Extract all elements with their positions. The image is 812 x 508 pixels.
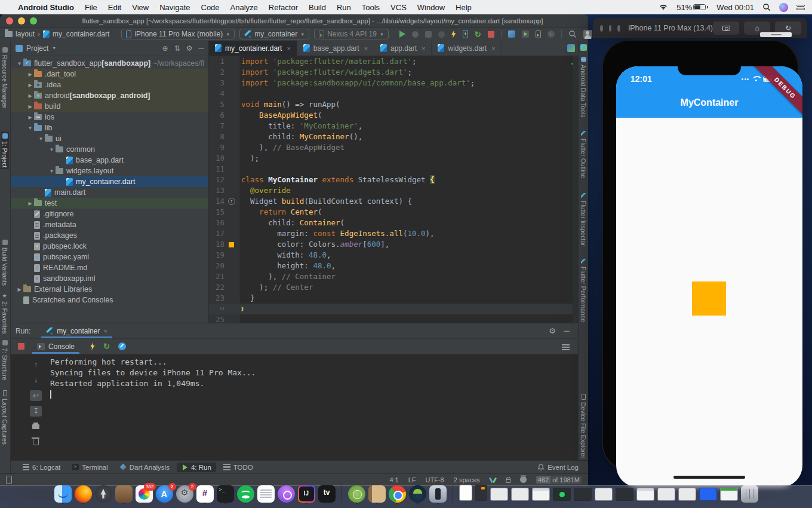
- tool-window-button[interactable]: 4: Run: [177, 463, 216, 472]
- vcs-icon[interactable]: [490, 476, 496, 483]
- dock-item[interactable]: •: [196, 485, 214, 505]
- tool-window-button[interactable]: TODO: [219, 463, 258, 472]
- minimize-window-button[interactable]: [18, 17, 25, 25]
- dock-item[interactable]: [490, 488, 508, 505]
- gutter-marker[interactable]: [227, 121, 236, 131]
- menu-item[interactable]: Run: [337, 3, 351, 12]
- gutter-marker[interactable]: [227, 88, 236, 99]
- dock-item[interactable]: [636, 488, 654, 505]
- hot-reload-button[interactable]: [451, 30, 456, 38]
- status-item[interactable]: 4:1: [389, 476, 398, 483]
- gutter-marker[interactable]: [227, 282, 236, 293]
- gutter-marker[interactable]: [227, 196, 236, 207]
- tree-row[interactable]: pubspec.lock: [11, 241, 208, 252]
- stop-button[interactable]: [488, 31, 494, 38]
- menu-item[interactable]: View: [132, 3, 149, 12]
- console-tab[interactable]: Console: [32, 339, 79, 354]
- menu-item[interactable]: Refactor: [269, 3, 298, 12]
- tree-expand-arrow[interactable]: ▼: [48, 147, 56, 152]
- dock-item[interactable]: [450, 485, 456, 505]
- dock-item[interactable]: [678, 488, 696, 505]
- tool-window-button[interactable]: Android Data Tools: [579, 55, 588, 120]
- close-tab-icon[interactable]: ×: [364, 45, 368, 52]
- menu-item[interactable]: Tools: [362, 3, 380, 12]
- menu-item[interactable]: Edit: [108, 3, 121, 12]
- avd-manager-button[interactable]: [522, 30, 529, 38]
- dock-app-icon[interactable]: [574, 488, 592, 501]
- tree-expand-arrow[interactable]: ▶: [26, 82, 34, 88]
- stop-button[interactable]: [18, 343, 24, 350]
- gutter-marker[interactable]: [227, 185, 236, 196]
- tree-row[interactable]: README.md: [11, 262, 208, 273]
- dock-item[interactable]: •: [54, 485, 72, 505]
- screenshot-button[interactable]: [713, 22, 739, 35]
- gutter-marker[interactable]: [227, 207, 236, 218]
- tree-expand-arrow[interactable]: ▼: [26, 126, 34, 131]
- status-item[interactable]: 2 spaces: [454, 476, 480, 483]
- dock-item[interactable]: [95, 485, 112, 505]
- scroll-to-end-button[interactable]: ↧: [30, 406, 42, 417]
- close-window-button[interactable]: [600, 25, 603, 32]
- dock-item[interactable]: 382: [136, 485, 153, 505]
- project-view-selector[interactable]: Project: [26, 44, 48, 53]
- gutter-marker[interactable]: [227, 250, 236, 261]
- tool-window-button[interactable]: Device File Explorer: [579, 392, 588, 460]
- tree-row[interactable]: ▶ .dart_tool: [11, 69, 208, 79]
- tree-row[interactable]: ▼ widgets.layout: [11, 166, 208, 176]
- dock-item[interactable]: [741, 485, 758, 505]
- device-manager-button[interactable]: [536, 30, 541, 38]
- tree-expand-arrow[interactable]: ▼: [37, 136, 45, 142]
- dock-app-icon[interactable]: [75, 485, 92, 503]
- tree-row[interactable]: .gitignore: [11, 209, 208, 219]
- dock-app-icon[interactable]: [298, 485, 315, 503]
- tree-row[interactable]: ▶ .idea: [11, 79, 208, 90]
- wifi-icon[interactable]: [659, 4, 668, 11]
- settings-gear-icon[interactable]: ⚙: [549, 326, 556, 335]
- tree-expand-arrow[interactable]: ▶: [26, 115, 34, 120]
- dock-app-icon[interactable]: [490, 488, 508, 501]
- dock-app-icon[interactable]: [389, 485, 406, 503]
- gutter-marker[interactable]: [227, 78, 236, 88]
- tool-window-button[interactable]: 2: Favorites: [1, 292, 9, 336]
- lock-icon[interactable]: [506, 479, 510, 483]
- console-output-area[interactable]: ↑ ↓ ↩ ↧ Performing hot restart...Syncing…: [11, 354, 578, 460]
- dock-app-icon[interactable]: [678, 488, 696, 501]
- gutter-marker[interactable]: [227, 239, 236, 250]
- control-center-icon[interactable]: [796, 5, 805, 10]
- close-tab-icon[interactable]: ×: [287, 45, 290, 52]
- gutter-marker[interactable]: [227, 271, 236, 282]
- status-item[interactable]: UTF-8: [426, 476, 444, 483]
- menu-item[interactable]: Code: [201, 3, 220, 12]
- tool-window-button[interactable]: Flutter Outline: [579, 129, 588, 180]
- dock-item[interactable]: 2: [176, 485, 193, 505]
- hot-restart-device-icon[interactable]: [463, 30, 468, 38]
- dock-app-icon[interactable]: [453, 485, 453, 503]
- tree-row[interactable]: base_app.dart: [11, 155, 208, 166]
- gutter-marker[interactable]: [227, 304, 236, 314]
- profile-avatar[interactable]: [583, 30, 592, 39]
- dock-app-icon[interactable]: [429, 485, 447, 503]
- dock-item[interactable]: •: [348, 485, 365, 505]
- breadcrumb-folder[interactable]: layout: [16, 30, 35, 38]
- dock-app-icon[interactable]: [532, 488, 550, 501]
- dock-app-icon[interactable]: [342, 485, 342, 503]
- device-selector[interactable]: iPhone 11 Pro Max (mobile) ▼: [121, 29, 235, 39]
- tree-row[interactable]: Scratches and Consoles: [11, 295, 208, 305]
- gutter-marker[interactable]: [227, 293, 236, 304]
- dock-item[interactable]: •: [115, 485, 133, 505]
- editor-tab[interactable]: widgets.dart ×: [432, 41, 502, 56]
- dock-item[interactable]: •: [409, 485, 426, 505]
- gradle-sync-icon[interactable]: [580, 44, 587, 51]
- tool-window-button[interactable]: Build Variants: [1, 238, 9, 287]
- tool-window-button[interactable]: 1: Project: [1, 131, 9, 169]
- tree-row[interactable]: ▼ ui: [11, 133, 208, 144]
- tree-row[interactable]: ▼ flutter_sandbox_app [sandboxapp] ~/wor…: [11, 58, 208, 69]
- dock-item[interactable]: •: [75, 485, 92, 505]
- scroll-down-button[interactable]: ↓: [30, 375, 42, 385]
- gutter-marker[interactable]: [227, 131, 236, 142]
- status-item[interactable]: LF: [408, 476, 416, 483]
- dock-app-icon[interactable]: [54, 485, 72, 503]
- gutter-marker[interactable]: [227, 99, 236, 110]
- window-title-bar[interactable]: flutter_sandbox_app [~/workspaces/flutte…: [0, 14, 588, 27]
- dock-app-icon[interactable]: [409, 485, 426, 503]
